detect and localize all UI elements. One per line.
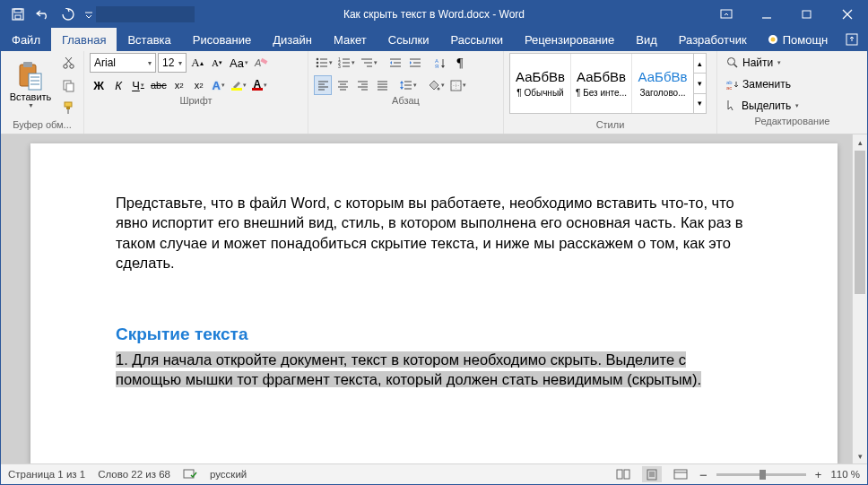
share-button[interactable] bbox=[837, 28, 867, 51]
text-effects-icon[interactable]: A▾ bbox=[210, 75, 228, 95]
style-no-spacing[interactable]: АаБбВв¶ Без инте... bbox=[571, 54, 632, 113]
multilevel-icon[interactable]: ▾ bbox=[359, 53, 379, 73]
zoom-out-icon[interactable]: − bbox=[699, 467, 707, 482]
bold-button[interactable]: Ж bbox=[90, 75, 108, 95]
group-font: Arial▾ 12▾ A▴ A▾ Aa▾ A Ж К Ч▾ abc x2 x2 bbox=[84, 51, 308, 134]
group-clipboard-label: Буфер обм... bbox=[6, 119, 78, 134]
vertical-scrollbar[interactable]: ▴ ▾ bbox=[852, 134, 867, 463]
show-marks-icon[interactable]: ¶ bbox=[451, 53, 469, 73]
indent-icon[interactable] bbox=[406, 53, 424, 73]
tab-layout[interactable]: Макет bbox=[323, 28, 378, 51]
scroll-down-icon[interactable]: ▾ bbox=[853, 448, 867, 463]
find-button[interactable]: Найти▾ bbox=[723, 53, 862, 73]
subscript-icon[interactable]: x2 bbox=[170, 75, 188, 95]
align-right-icon[interactable] bbox=[353, 75, 371, 95]
svg-rect-27 bbox=[260, 57, 267, 64]
svg-rect-2 bbox=[15, 15, 21, 19]
justify-icon[interactable] bbox=[373, 75, 391, 95]
tab-home[interactable]: Главная bbox=[51, 28, 117, 51]
svg-text:3: 3 bbox=[338, 64, 341, 68]
tab-references[interactable]: Ссылки bbox=[378, 28, 440, 51]
tab-mailings[interactable]: Рассылки bbox=[440, 28, 514, 51]
styles-scroll-up-icon[interactable]: ▴ bbox=[694, 54, 706, 74]
tab-insert[interactable]: Вставка bbox=[117, 28, 181, 51]
paragraph-2-selected[interactable]: 1. Для начала откройте документ, текст в… bbox=[116, 351, 701, 387]
line-spacing-icon[interactable]: ▾ bbox=[398, 75, 419, 95]
font-color-icon[interactable]: A▾ bbox=[250, 75, 269, 95]
user-account-area[interactable] bbox=[96, 6, 195, 22]
zoom-slider[interactable] bbox=[716, 473, 806, 476]
styles-scroll-down-icon[interactable]: ▾ bbox=[694, 74, 706, 93]
borders-icon[interactable]: ▾ bbox=[448, 75, 468, 95]
align-left-icon[interactable] bbox=[314, 75, 332, 95]
cut-icon[interactable] bbox=[58, 53, 78, 73]
scroll-up-icon[interactable]: ▴ bbox=[853, 134, 867, 150]
align-center-icon[interactable] bbox=[334, 75, 352, 95]
select-button[interactable]: Выделить▾ bbox=[723, 96, 862, 116]
zoom-level[interactable]: 110 % bbox=[830, 469, 860, 480]
ribbon-options-icon[interactable] bbox=[706, 1, 746, 28]
tell-me-label: Помощн bbox=[783, 33, 829, 47]
heading-1[interactable]: Скрытие текста bbox=[116, 325, 752, 344]
tab-view[interactable]: Вид bbox=[625, 28, 668, 51]
svg-rect-81 bbox=[617, 470, 622, 479]
scroll-thumb[interactable] bbox=[855, 151, 865, 294]
word-count[interactable]: Слово 22 из 68 bbox=[98, 469, 170, 480]
font-size-combo[interactable]: 12▾ bbox=[158, 53, 187, 73]
page[interactable]: Представьте, что в файл Word, с которым … bbox=[30, 143, 838, 463]
zoom-in-icon[interactable]: + bbox=[815, 468, 822, 481]
tab-design[interactable]: Дизайн bbox=[262, 28, 323, 51]
italic-button[interactable]: К bbox=[109, 75, 127, 95]
format-painter-icon[interactable] bbox=[58, 98, 78, 117]
numbering-icon[interactable]: 123▾ bbox=[336, 53, 357, 73]
svg-line-77 bbox=[734, 65, 738, 68]
strike-button[interactable]: abc bbox=[149, 75, 169, 95]
styles-gallery[interactable]: АаБбВв¶ Обычный АаБбВв¶ Без инте... АаБб… bbox=[509, 53, 707, 114]
print-layout-icon[interactable] bbox=[642, 466, 662, 482]
language-indicator[interactable]: русский bbox=[210, 469, 247, 480]
tab-file[interactable]: Файл bbox=[1, 28, 51, 51]
styles-expand-icon[interactable]: ▾ bbox=[694, 94, 706, 113]
svg-point-32 bbox=[317, 65, 319, 68]
save-icon[interactable] bbox=[6, 3, 30, 26]
font-name-combo[interactable]: Arial▾ bbox=[90, 53, 156, 73]
svg-rect-23 bbox=[65, 102, 72, 107]
page-indicator[interactable]: Страница 1 из 1 bbox=[8, 469, 85, 480]
paste-label: Вставить bbox=[10, 91, 52, 102]
group-styles-label: Стили bbox=[509, 119, 711, 134]
copy-icon[interactable] bbox=[58, 75, 78, 95]
change-case-icon[interactable]: Aa▾ bbox=[228, 53, 250, 73]
minimize-icon[interactable] bbox=[746, 1, 786, 28]
spellcheck-icon[interactable] bbox=[183, 468, 197, 481]
bullets-icon[interactable]: ▾ bbox=[314, 53, 334, 73]
style-heading1[interactable]: АаБбВвЗаголово... bbox=[632, 54, 693, 113]
web-layout-icon[interactable] bbox=[671, 466, 690, 482]
paragraph-1[interactable]: Представьте, что в файл Word, с которым … bbox=[116, 193, 752, 273]
paste-button[interactable]: Вставить ▼ bbox=[6, 53, 55, 116]
superscript-icon[interactable]: x2 bbox=[190, 75, 208, 95]
grow-font-icon[interactable]: A▴ bbox=[188, 53, 206, 73]
close-icon[interactable] bbox=[827, 1, 867, 28]
style-normal[interactable]: АаБбВв¶ Обычный bbox=[510, 54, 571, 113]
underline-button[interactable]: Ч▾ bbox=[129, 75, 147, 95]
highlight-icon[interactable]: ▾ bbox=[230, 75, 248, 95]
shading-icon[interactable]: ▾ bbox=[426, 75, 447, 95]
tab-developer[interactable]: Разработчик bbox=[668, 28, 758, 51]
svg-rect-12 bbox=[23, 62, 32, 67]
shrink-font-icon[interactable]: A▾ bbox=[208, 53, 226, 73]
tab-draw[interactable]: Рисование bbox=[182, 28, 262, 51]
group-styles: АаБбВв¶ Обычный АаБбВв¶ Без инте... АаБб… bbox=[504, 51, 717, 134]
maximize-icon[interactable] bbox=[786, 1, 827, 28]
outdent-icon[interactable] bbox=[386, 53, 404, 73]
sort-icon[interactable]: AЯ bbox=[431, 53, 449, 73]
undo-icon[interactable] bbox=[31, 3, 55, 26]
qat-dropdown-icon[interactable] bbox=[82, 3, 96, 26]
redo-icon[interactable] bbox=[56, 3, 80, 26]
replace-button[interactable]: abacЗаменить bbox=[723, 74, 862, 94]
document-area: Представьте, что в файл Word, с которым … bbox=[1, 134, 867, 463]
tab-review[interactable]: Рецензирование bbox=[514, 28, 625, 51]
group-paragraph-label: Абзац bbox=[314, 95, 498, 109]
tell-me[interactable]: Помощн bbox=[758, 28, 838, 51]
clear-format-icon[interactable]: A bbox=[252, 53, 270, 73]
read-mode-icon[interactable] bbox=[613, 466, 633, 482]
